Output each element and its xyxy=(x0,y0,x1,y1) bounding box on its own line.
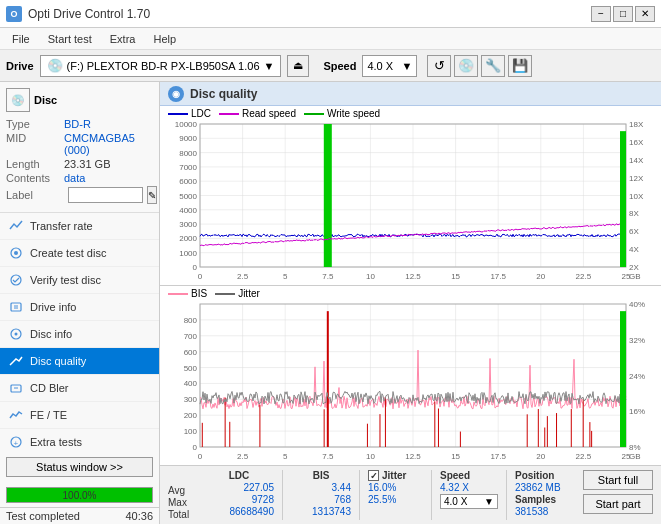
app-icon: O xyxy=(6,6,22,22)
start-full-button[interactable]: Start full xyxy=(583,470,653,490)
nav-fe-te[interactable]: FE / TE xyxy=(0,402,159,429)
avg-label: Avg xyxy=(168,485,200,496)
read-speed-legend-label: Read speed xyxy=(242,108,296,119)
nav-fe-te-label: FE / TE xyxy=(30,409,67,421)
mid-value: CMCMAGBA5 (000) xyxy=(64,132,153,156)
jitter-checkbox[interactable]: ✓ xyxy=(368,470,379,481)
nav-disc-quality[interactable]: Disc quality xyxy=(0,348,159,375)
svg-point-7 xyxy=(15,333,18,336)
bottom-chart-canvas xyxy=(160,286,661,465)
legend-jitter: Jitter xyxy=(215,288,260,299)
time-text: 40:36 xyxy=(125,510,153,522)
bis-max: 768 xyxy=(291,494,351,505)
bis-avg: 3.44 xyxy=(291,482,351,493)
position-col: Position 23862 MB Samples 381538 xyxy=(515,470,561,517)
drive-select[interactable]: 💿 (F:) PLEXTOR BD-R PX-LB950SA 1.06 ▼ xyxy=(40,55,282,77)
titlebar: O Opti Drive Control 1.70 − □ ✕ xyxy=(0,0,661,28)
position-header: Position xyxy=(515,470,561,481)
write-speed-legend-dot xyxy=(304,113,324,115)
create-test-disc-icon xyxy=(8,245,24,261)
length-label: Length xyxy=(6,158,64,170)
speed-col: Speed 4.32 X 4.0 X ▼ xyxy=(440,470,498,509)
chart-bottom: BIS Jitter xyxy=(160,286,661,465)
speed-select[interactable]: 4.0 X ▼ xyxy=(362,55,417,77)
status-window-button[interactable]: Status window >> xyxy=(6,457,153,477)
drivebar: Drive 💿 (F:) PLEXTOR BD-R PX-LB950SA 1.0… xyxy=(0,50,661,82)
disc-quality-icon xyxy=(8,353,24,369)
nav-extra-tests[interactable]: + Extra tests xyxy=(0,429,159,451)
ldc-header: LDC xyxy=(204,470,274,481)
samples-val: 381538 xyxy=(515,506,561,517)
nav-cd-bler[interactable]: CD Bler xyxy=(0,375,159,402)
transfer-rate-icon xyxy=(8,218,24,234)
bis-header: BIS xyxy=(291,470,351,481)
svg-rect-3 xyxy=(11,303,21,311)
drive-info-icon xyxy=(8,299,24,315)
fe-te-icon xyxy=(8,407,24,423)
label-label: Label xyxy=(6,189,64,201)
sidebar: 💿 Disc Type BD-R MID CMCMAGBA5 (000) Len… xyxy=(0,82,160,524)
progress-text: 100.0% xyxy=(7,488,152,502)
start-buttons: Start full Start part xyxy=(583,470,653,514)
minimize-button[interactable]: − xyxy=(591,6,611,22)
legend-read-speed: Read speed xyxy=(219,108,296,119)
start-part-button[interactable]: Start part xyxy=(583,494,653,514)
eject-button[interactable]: ⏏ xyxy=(287,55,309,77)
disc-title: Disc xyxy=(34,94,57,106)
speed-value: 4.0 X xyxy=(367,60,393,72)
chart-bottom-legend: BIS Jitter xyxy=(168,288,260,299)
action-buttons: ↺ 💿 🔧 💾 xyxy=(427,55,532,77)
disc-info-icon xyxy=(8,326,24,342)
nav-drive-info-label: Drive info xyxy=(30,301,76,313)
menu-start-test[interactable]: Start test xyxy=(40,31,100,47)
nav-items: Transfer rate Create test disc Verify te… xyxy=(0,213,159,451)
bis-legend-dot xyxy=(168,293,188,295)
ldc-legend-label: LDC xyxy=(191,108,211,119)
drive-label: Drive xyxy=(6,60,34,72)
top-chart-canvas xyxy=(160,106,661,285)
drive-icon: 💿 xyxy=(47,58,63,73)
total-label: Total xyxy=(168,509,200,520)
stats-divider-3 xyxy=(431,470,432,520)
chart-top-legend: LDC Read speed Write speed xyxy=(168,108,380,119)
stats-labels-col: Avg Max Total xyxy=(168,470,200,520)
ldc-avg: 227.05 xyxy=(204,482,274,493)
status-text: Test completed xyxy=(6,510,80,522)
speed-label: Speed xyxy=(323,60,356,72)
jitter-max: 25.5% xyxy=(368,494,423,505)
maximize-button[interactable]: □ xyxy=(613,6,633,22)
max-label: Max xyxy=(168,497,200,508)
nav-drive-info[interactable]: Drive info xyxy=(0,294,159,321)
nav-create-test-disc[interactable]: Create test disc xyxy=(0,240,159,267)
nav-disc-info[interactable]: Disc info xyxy=(0,321,159,348)
legend-bis: BIS xyxy=(168,288,207,299)
speed-stat-header: Speed xyxy=(440,470,498,481)
save-button[interactable]: 💾 xyxy=(508,55,532,77)
bottom-bar: Test completed 40:36 xyxy=(0,507,159,524)
length-value: 23.31 GB xyxy=(64,158,110,170)
menu-extra[interactable]: Extra xyxy=(102,31,144,47)
samples-header: Samples xyxy=(515,494,561,505)
speed-stat-dropdown[interactable]: 4.0 X ▼ xyxy=(440,494,498,509)
menu-file[interactable]: File xyxy=(4,31,38,47)
mid-label: MID xyxy=(6,132,64,144)
nav-cd-bler-label: CD Bler xyxy=(30,382,69,394)
label-edit-button[interactable]: ✎ xyxy=(147,186,157,204)
nav-verify-test-disc[interactable]: Verify test disc xyxy=(0,267,159,294)
main-layout: 💿 Disc Type BD-R MID CMCMAGBA5 (000) Len… xyxy=(0,82,661,524)
disc-button[interactable]: 💿 xyxy=(454,55,478,77)
disc-icon[interactable]: 💿 xyxy=(6,88,30,112)
refresh-button[interactable]: ↺ xyxy=(427,55,451,77)
menu-help[interactable]: Help xyxy=(145,31,184,47)
speed-dropdown-value: 4.0 X xyxy=(444,496,467,507)
stats-divider-2 xyxy=(359,470,360,520)
extra-tests-icon: + xyxy=(8,434,24,450)
disc-section: 💿 Disc Type BD-R MID CMCMAGBA5 (000) Len… xyxy=(0,82,159,213)
jitter-legend-dot xyxy=(215,293,235,295)
close-button[interactable]: ✕ xyxy=(635,6,655,22)
settings-button[interactable]: 🔧 xyxy=(481,55,505,77)
nav-transfer-rate[interactable]: Transfer rate xyxy=(0,213,159,240)
nav-verify-test-disc-label: Verify test disc xyxy=(30,274,101,286)
type-label: Type xyxy=(6,118,64,130)
label-input[interactable] xyxy=(68,187,143,203)
